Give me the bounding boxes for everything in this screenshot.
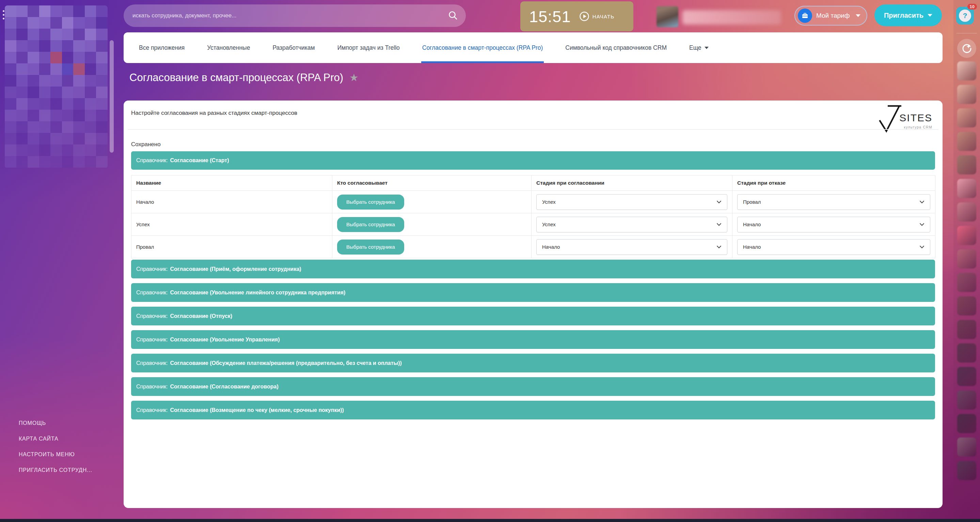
rail-app-icon-blurred[interactable] (957, 343, 976, 362)
blurred-menu-cell (16, 156, 28, 168)
blurred-menu-cell (28, 17, 39, 29)
blurred-menu-cell (39, 133, 51, 144)
invite-button[interactable]: Пригласить (875, 5, 942, 26)
blurred-menu-cell (28, 86, 39, 98)
blurred-menu-cell (5, 75, 16, 86)
blurred-menu-cell (39, 40, 51, 52)
blurred-menu-cell (39, 110, 51, 121)
rail-app-icon-blurred[interactable] (957, 437, 976, 457)
select-employee-button[interactable]: Выбрать сотрудника (337, 195, 404, 209)
rail-app-icon-blurred[interactable] (957, 391, 976, 410)
section-band-start[interactable]: Справочник:Согласование (Старт) (131, 151, 935, 170)
blurred-menu-cell (50, 121, 62, 133)
blurred-menu-cell (85, 156, 96, 168)
tab-installed[interactable]: Установленные (196, 32, 261, 63)
blurred-menu-cell (16, 17, 28, 29)
rail-app-icon-blurred[interactable] (957, 367, 976, 386)
blurred-left-menu[interactable] (5, 5, 108, 168)
tab-developers[interactable]: Разработчикам (261, 32, 326, 63)
blurred-menu-cell (16, 40, 28, 52)
section-band[interactable]: Справочник:Согласование (Отпуск) (131, 306, 935, 326)
chevron-down-icon (856, 14, 861, 17)
select-employee-button[interactable]: Выбрать сотрудника (337, 239, 404, 254)
blurred-menu-cell (96, 40, 108, 52)
blurred-menu-cell (16, 75, 28, 86)
blurred-menu-cell (28, 63, 39, 75)
blurred-menu-cell (73, 17, 85, 29)
rail-app-icon-blurred[interactable] (957, 132, 976, 151)
rail-app-icon-blurred[interactable] (957, 155, 976, 174)
rail-app-icon-blurred[interactable] (957, 461, 976, 480)
section-band[interactable]: Справочник:Согласование (Возмещение по ч… (131, 401, 935, 420)
help-link[interactable]: ПОМОЩЬ (19, 420, 92, 426)
avatar[interactable] (657, 6, 678, 27)
bottom-strip (0, 519, 980, 522)
blurred-menu-cell (85, 17, 96, 29)
rail-app-icon-blurred[interactable] (957, 203, 976, 222)
copilot-icon[interactable] (957, 39, 976, 58)
divider (128, 129, 939, 130)
rail-app-icon-blurred[interactable] (957, 273, 976, 292)
rail-app-icon-blurred[interactable] (957, 226, 976, 245)
select-employee-button[interactable]: Выбрать сотрудника (337, 217, 404, 232)
right-icon-rail (953, 0, 980, 519)
rail-app-icon-blurred[interactable] (957, 249, 976, 268)
blurred-menu-cell (50, 98, 62, 110)
blurred-menu-cell (28, 5, 39, 17)
approval-table: Название Кто согласовывает Стадия при со… (131, 175, 935, 258)
approve-stage-select[interactable]: Успех (536, 217, 727, 232)
col-approver: Кто согласовывает (332, 176, 531, 191)
tab-more[interactable]: Еще (678, 32, 720, 63)
blurred-menu-cell (39, 17, 51, 29)
blurred-menu-cell (73, 133, 85, 144)
rail-app-icon-blurred[interactable] (957, 85, 976, 104)
my-plan-button[interactable]: Мой тариф (794, 6, 867, 26)
blurred-menu-cell (73, 144, 85, 156)
blurred-menu-cell (39, 63, 51, 75)
tab-smart-process-approval[interactable]: Согласование в смарт-процессах (RPA Pro) (411, 32, 554, 63)
search-bar (124, 5, 466, 27)
blurred-menu-cell (73, 5, 85, 17)
tab-trello-import[interactable]: Импорт задач из Trello (326, 32, 411, 63)
blurred-menu-cell (50, 133, 62, 144)
page-title-row: Согласование в смарт-процессах (RPA Pro)… (129, 72, 359, 84)
logo-subtitle: культура CRM (904, 125, 932, 129)
section-band[interactable]: Справочник:Согласование (Увольнение лине… (131, 283, 935, 302)
reject-stage-select[interactable]: Начало (737, 217, 930, 232)
blurred-menu-cell (73, 156, 85, 168)
favorite-star-icon[interactable]: ★ (349, 73, 359, 83)
rail-app-icon-blurred[interactable] (957, 414, 976, 433)
sitemap-link[interactable]: КАРТА САЙТА (19, 436, 92, 442)
tab-all-apps[interactable]: Все приложения (128, 32, 196, 63)
approve-stage-select[interactable]: Начало (536, 239, 727, 255)
section-band[interactable]: Справочник:Согласование (Согласование до… (131, 377, 935, 396)
section-band[interactable]: Справочник:Согласование (Приём, оформлен… (131, 260, 935, 278)
briefcase-icon (798, 8, 812, 23)
approve-stage-select[interactable]: Успех (536, 194, 727, 210)
search-icon[interactable] (447, 10, 458, 21)
timer-start-button[interactable]: НАЧАТЬ (579, 11, 615, 21)
search-input[interactable] (124, 5, 466, 27)
blurred-menu-cell (16, 110, 28, 121)
section-band[interactable]: Справочник:Согласование (Увольнение Упра… (131, 330, 935, 349)
invite-employee-link[interactable]: ПРИГЛАСИТЬ СОТРУДН... (19, 467, 92, 473)
configure-menu-link[interactable]: НАСТРОИТЬ МЕНЮ (19, 452, 92, 458)
tab-crm-symbol-codes[interactable]: Символьный код справочников CRM (554, 32, 678, 63)
blurred-menu-cell (50, 156, 62, 168)
sidebar-scrollbar[interactable] (110, 40, 114, 153)
chevron-down-icon (920, 245, 924, 248)
stage-name: Начало (131, 191, 332, 213)
menu-dots-icon[interactable] (3, 10, 5, 19)
user-name-blurred[interactable] (682, 10, 781, 24)
rail-app-icon-blurred[interactable] (957, 179, 976, 198)
rail-app-icon-blurred[interactable] (957, 109, 976, 128)
section-band[interactable]: Справочник:Согласование (Обсуждение плат… (131, 354, 935, 372)
rail-app-icon-blurred[interactable] (957, 320, 976, 339)
blurred-menu-cell (62, 121, 73, 133)
rail-icons[interactable] (957, 61, 976, 485)
reject-stage-select[interactable]: Провал (737, 194, 930, 210)
rail-app-icon-blurred[interactable] (957, 61, 976, 80)
blurred-menu-cell (50, 29, 62, 40)
reject-stage-select[interactable]: Начало (737, 239, 930, 255)
rail-app-icon-blurred[interactable] (957, 297, 976, 316)
